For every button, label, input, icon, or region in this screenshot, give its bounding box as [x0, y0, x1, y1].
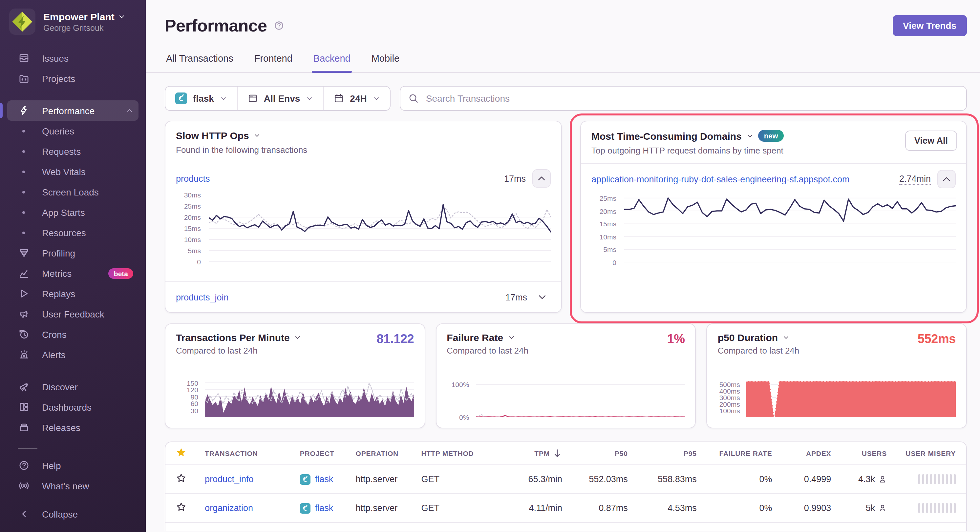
environment-filter-dropdown[interactable]: All Envs [237, 87, 323, 110]
user-misery-bars [887, 503, 956, 513]
y-axis-tick-label: 30 [191, 406, 198, 415]
widget-title-row[interactable]: Failure Rate [447, 332, 528, 343]
star-favorite-icon[interactable] [176, 502, 186, 512]
widget-title-row[interactable]: p50 Duration [718, 332, 800, 343]
y-axis-tick-label: 30ms [184, 190, 201, 199]
sidebar-item-resources[interactable]: Resources [7, 222, 138, 243]
tab-all-transactions[interactable]: All Transactions [165, 47, 235, 72]
transaction-link-products-join[interactable]: products_join [176, 292, 498, 302]
domain-time-spent[interactable]: 2.74min [899, 173, 931, 185]
sidebar-item-alerts[interactable]: Alerts [7, 345, 138, 365]
beta-badge: beta [109, 268, 133, 278]
col-operation[interactable]: OPERATION [356, 449, 422, 457]
widget-title-row[interactable]: Transactions Per Minute [176, 332, 302, 343]
collapse-row-button[interactable] [532, 169, 551, 187]
y-axis-tick-label: 100% [452, 380, 469, 389]
sidebar-item-app-starts[interactable]: App Starts [7, 202, 138, 222]
sidebar-item-profiling[interactable]: Profiling [7, 243, 138, 263]
search-input[interactable] [425, 92, 958, 104]
view-trends-button[interactable]: View Trends [892, 15, 967, 36]
transaction-link[interactable]: organization [205, 503, 253, 513]
sidebar-item-screen-loads[interactable]: Screen Loads [7, 182, 138, 202]
collapse-icon [18, 508, 30, 520]
sidebar-item-performance[interactable]: Performance [7, 100, 138, 121]
star-column-icon[interactable] [176, 447, 186, 458]
failure-rate-cell: 0% [697, 503, 772, 513]
chart-plot-area[interactable] [209, 195, 551, 262]
chart-y-axis: 30ms25ms20ms15ms10ms5ms0 [176, 195, 204, 262]
expand-row-button[interactable] [534, 292, 551, 302]
sidebar-item-web-vitals[interactable]: Web Vitals [7, 161, 138, 182]
sidebar-item-metrics[interactable]: Metricsbeta [7, 263, 138, 283]
widget-title-row[interactable]: Most Time-Consuming Domains new [592, 130, 956, 142]
col-http-method[interactable]: HTTP METHOD [421, 449, 496, 457]
http-method-cell: GET [421, 474, 496, 484]
col-apdex[interactable]: APDEX [772, 449, 831, 457]
col-transaction[interactable]: TRANSACTION [205, 449, 300, 457]
bullet-icon [18, 186, 30, 198]
help-tooltip-icon[interactable] [274, 20, 284, 31]
sidebar-item-releases[interactable]: Releases [7, 417, 138, 438]
col-tpm-sorted[interactable]: TPM [496, 448, 562, 459]
tpm-cell: 4.11/min [496, 503, 562, 513]
project-link[interactable]: flask [315, 503, 333, 513]
sidebar-item-label: Screen Loads [42, 187, 99, 197]
transaction-link[interactable]: product_info [205, 474, 254, 484]
y-axis-tick-label: 100ms [719, 406, 740, 415]
tpm-cell: 65.3/min [496, 474, 562, 484]
collapse-row-button[interactable] [937, 170, 956, 188]
app-root: Empower Plant George Gritsouk IssuesProj… [0, 0, 980, 532]
sidebar-item-replays[interactable]: Replays [7, 283, 138, 304]
sidebar-item-what-s-new[interactable]: What's new [7, 476, 138, 496]
chevron-down-icon [294, 334, 302, 341]
org-switcher[interactable]: Empower Plant George Gritsouk [0, 0, 146, 40]
sidebar-item-user-feedback[interactable]: User Feedback [7, 304, 138, 324]
col-project[interactable]: PROJECT [300, 449, 356, 457]
y-axis-tick-label: 0 [612, 258, 616, 267]
transaction-link-products[interactable]: products [176, 173, 496, 183]
sidebar-item-crons[interactable]: Crons [7, 324, 138, 345]
table-row[interactable]: product_info flask http.server GET 65.3/… [165, 464, 966, 493]
bullet-icon [18, 125, 30, 137]
domain-link[interactable]: application-monitoring-ruby-dot-sales-en… [592, 174, 891, 184]
widget-subtitle: Compared to last 24h [447, 346, 528, 356]
col-users[interactable]: USERS [831, 449, 887, 457]
sidebar-item-collapse[interactable]: Collapse [7, 504, 138, 524]
project-link[interactable]: flask [315, 474, 333, 484]
sidebar-item-help[interactable]: Help [7, 455, 138, 476]
sidebar-item-queries[interactable]: Queries [7, 121, 138, 141]
widget-row-top: Slow HTTP Ops Found in the following tra… [165, 121, 967, 313]
star-favorite-icon[interactable] [176, 473, 186, 483]
date-range-dropdown[interactable]: 24H [323, 87, 390, 110]
chart-plot-area[interactable] [624, 195, 956, 262]
chart-plot-area[interactable] [747, 381, 956, 417]
col-user-misery[interactable]: USER MISERY [887, 449, 956, 457]
chart-plot-area[interactable] [205, 381, 414, 417]
sidebar-item-projects[interactable]: Projects [7, 68, 138, 89]
sidebar-item-label: Projects [42, 73, 75, 84]
col-p50[interactable]: P50 [562, 449, 628, 457]
view-all-button[interactable]: View All [905, 130, 957, 151]
http-method-cell: GET [421, 503, 496, 513]
chevron-down-icon [746, 132, 754, 140]
tab-backend[interactable]: Backend [312, 47, 352, 72]
col-p95[interactable]: P95 [628, 449, 697, 457]
domain-accordion-row: application-monitoring-ruby-dot-sales-en… [581, 164, 966, 194]
tab-mobile[interactable]: Mobile [370, 47, 401, 72]
sidebar-item-label: Performance [42, 105, 94, 116]
sidebar-item-label: What's new [42, 481, 89, 491]
table-row[interactable]: organization flask http.server GET 4.11/… [165, 493, 966, 522]
sidebar-item-dashboards[interactable]: Dashboards [7, 397, 138, 417]
widget-title-row[interactable]: Slow HTTP Ops [176, 130, 551, 141]
sidebar-item-requests[interactable]: Requests [7, 141, 138, 161]
project-filter-dropdown[interactable]: flask [165, 87, 237, 110]
tab-frontend[interactable]: Frontend [253, 47, 294, 72]
sidebar-item-discover[interactable]: Discover [7, 376, 138, 397]
sidebar-item-issues[interactable]: Issues [7, 48, 138, 68]
sidebar-item-label: Profiling [42, 248, 75, 258]
chart-plot-area[interactable] [476, 381, 685, 417]
transactions-table: TRANSACTION PROJECT OPERATION HTTP METHO… [165, 441, 967, 531]
col-failure-rate[interactable]: FAILURE RATE [697, 449, 772, 457]
failure-rate-chart: 100%0% [447, 381, 685, 417]
org-meta: Empower Plant George Gritsouk [43, 11, 126, 32]
